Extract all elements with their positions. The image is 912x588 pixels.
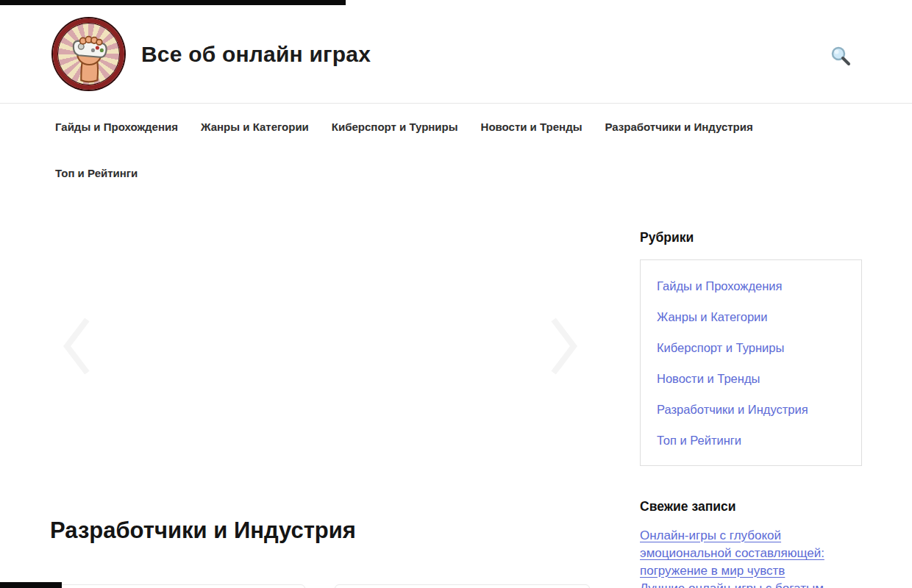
category-item: Разработчики и Индустрия (641, 395, 861, 426)
category-link[interactable]: Жанры и Категории (641, 302, 861, 333)
magnifier-glyph (830, 45, 853, 68)
top-edge-bar (0, 0, 346, 5)
post-cards-row (50, 584, 591, 588)
carousel-next-icon[interactable] (548, 317, 580, 376)
main-nav: Гайды и ПрохожденияЖанры и КатегорииКибе… (0, 104, 857, 204)
categories-widget-title: Рубрики (640, 230, 862, 245)
recent-post-link[interactable]: Онлайн-игры с глубокой эмоциональной сос… (640, 527, 862, 580)
sidebar: Рубрики Гайды и ПрохожденияЖанры и Катег… (640, 209, 862, 588)
recent-post-link[interactable]: Лучшие онлайн-игры с богатым (640, 580, 862, 588)
category-item: Новости и Тренды (641, 364, 861, 395)
post-card[interactable] (335, 584, 590, 588)
category-link[interactable]: Киберспорт и Турниры (641, 333, 861, 364)
recent-posts-widget-title: Свежие записи (640, 499, 862, 514)
site-title: Все об онлайн играх (141, 42, 371, 67)
category-item: Топ и Рейтинги (641, 426, 861, 456)
nav-item[interactable]: Гайды и Прохождения (55, 104, 178, 150)
category-link[interactable]: Новости и Тренды (641, 364, 861, 395)
nav-item[interactable]: Киберспорт и Турниры (332, 104, 458, 150)
category-link[interactable]: Гайды и Прохождения (641, 271, 861, 302)
category-item: Киберспорт и Турниры (641, 333, 861, 364)
category-item: Гайды и Прохождения (641, 271, 861, 302)
nav-item[interactable]: Топ и Рейтинги (55, 150, 138, 196)
nav-item[interactable]: Жанры и Категории (201, 104, 309, 150)
content-area: Разработчики и Индустрия Рубрики Гайды и… (0, 204, 912, 588)
site-header: Все об онлайн играх (0, 5, 912, 103)
category-link[interactable]: Топ и Рейтинги (641, 426, 861, 456)
page-title: Разработчики и Индустрия (50, 514, 591, 548)
categories-list: Гайды и ПрохожденияЖанры и КатегорииКибе… (641, 271, 861, 456)
main-column: Разработчики и Индустрия (50, 209, 591, 588)
post-carousel (50, 209, 591, 483)
page: Все об онлайн играх Гайды и ПрохожденияЖ… (0, 0, 912, 588)
category-link[interactable]: Разработчики и Индустрия (641, 395, 861, 426)
nav-item[interactable]: Новости и Тренды (481, 104, 583, 150)
carousel-prev-icon[interactable] (60, 317, 93, 376)
category-item: Жанры и Категории (641, 302, 861, 333)
nav-item[interactable]: Разработчики и Индустрия (605, 104, 753, 150)
site-logo-icon[interactable] (53, 18, 124, 90)
fist-controller-icon (57, 23, 120, 85)
recent-posts-list: Онлайн-игры с глубокой эмоциональной сос… (640, 527, 862, 588)
search-icon[interactable] (830, 45, 853, 68)
post-card[interactable] (50, 584, 305, 588)
categories-box: Гайды и ПрохожденияЖанры и КатегорииКибе… (640, 259, 862, 466)
bottom-edge-bar (0, 582, 62, 588)
